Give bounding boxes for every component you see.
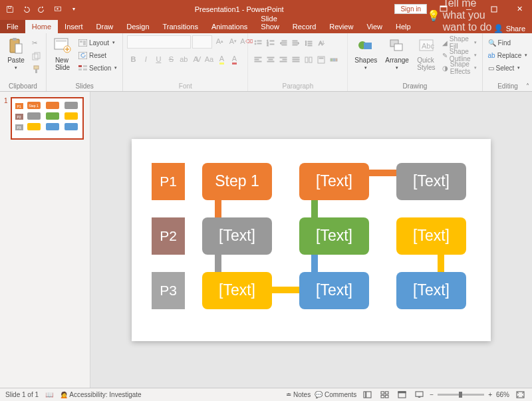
- tell-me-label: Tell me what you want to do: [443, 0, 493, 33]
- slide-thumbnail-1[interactable]: P1 P2 P3 Step 1: [11, 97, 84, 140]
- box-r1c3[interactable]: [Text]: [396, 163, 466, 200]
- strikethrough-btn[interactable]: S: [165, 53, 177, 65]
- qat-customize-icon[interactable]: ▾: [66, 2, 81, 17]
- tab-slideshow[interactable]: Slide Show: [254, 12, 286, 33]
- tab-home[interactable]: Home: [25, 20, 58, 33]
- spell-check-icon[interactable]: 📖: [45, 391, 53, 398]
- start-from-beginning-icon[interactable]: [51, 2, 65, 17]
- align-right-btn[interactable]: [277, 54, 289, 66]
- columns-btn[interactable]: [303, 54, 315, 66]
- shape-effects-button[interactable]: ◑Shape Effects▾: [441, 62, 478, 74]
- tab-transitions[interactable]: Transitions: [156, 20, 205, 33]
- zoom-out-btn[interactable]: −: [430, 391, 434, 398]
- arrange-button[interactable]: Arrange▾: [382, 35, 412, 72]
- box-r2c1[interactable]: [Text]: [202, 217, 272, 255]
- tab-review[interactable]: Review: [323, 20, 360, 33]
- close-button[interactable]: ✕: [507, 0, 532, 18]
- lightbulb-icon: 💡: [427, 9, 440, 22]
- reading-view-btn[interactable]: [395, 390, 408, 400]
- tab-design[interactable]: Design: [120, 20, 156, 33]
- italic-btn[interactable]: I: [140, 53, 152, 65]
- change-case-btn[interactable]: Aa: [203, 53, 215, 65]
- copy-button[interactable]: [31, 50, 42, 62]
- new-slide-button[interactable]: New Slide: [51, 35, 74, 72]
- group-editing-label: Editing: [487, 82, 529, 90]
- svg-rect-19: [78, 65, 82, 67]
- accessibility-status[interactable]: 🙍 Accessibility: Investigate: [60, 391, 142, 398]
- bold-btn[interactable]: B: [127, 53, 139, 65]
- reset-button[interactable]: Reset: [77, 49, 118, 61]
- tell-me-search[interactable]: 💡 Tell me what you want to do: [427, 0, 493, 33]
- box-r2c3[interactable]: [Text]: [396, 217, 466, 255]
- shape-fill-button[interactable]: ◢Shape Fill▾: [441, 37, 478, 49]
- box-r2c2[interactable]: [Text]: [299, 217, 369, 255]
- align-center-btn[interactable]: [265, 54, 277, 66]
- slide-counter[interactable]: Slide 1 of 1: [5, 391, 39, 398]
- smartart-btn[interactable]: [328, 54, 340, 66]
- justify-btn[interactable]: [290, 54, 302, 66]
- shapes-button[interactable]: Shapes▾: [352, 35, 380, 72]
- highlight-btn[interactable]: A: [215, 53, 227, 65]
- tab-help[interactable]: Help: [389, 20, 418, 33]
- font-size-combo[interactable]: [192, 35, 212, 49]
- zoom-slider[interactable]: [438, 394, 484, 396]
- format-painter-button[interactable]: [31, 63, 42, 75]
- quick-styles-button[interactable]: Abc Quick Styles: [414, 35, 438, 72]
- zoom-in-btn[interactable]: +: [488, 391, 492, 398]
- box-r3c2[interactable]: [Text]: [299, 272, 369, 309]
- find-button[interactable]: 🔍Find: [487, 37, 529, 49]
- row-label-p3[interactable]: P3: [152, 272, 185, 309]
- tab-draw[interactable]: Draw: [90, 20, 120, 33]
- svg-rect-39: [308, 43, 312, 44]
- tab-view[interactable]: View: [360, 20, 389, 33]
- increase-indent-btn[interactable]: [290, 37, 302, 49]
- decrease-indent-btn[interactable]: [277, 37, 289, 49]
- section-button[interactable]: Section▾: [77, 62, 118, 74]
- group-font: A▴ A▾ A⌫ B I U S ab AV Aa A A Font: [123, 33, 248, 91]
- row-label-p1[interactable]: P1: [152, 163, 185, 200]
- increase-font-btn[interactable]: A▴: [213, 35, 225, 47]
- share-button[interactable]: Share: [506, 25, 525, 33]
- select-button[interactable]: ▭Select▾: [487, 62, 529, 74]
- layout-button[interactable]: Layout▾: [77, 37, 118, 49]
- comments-button[interactable]: 💬 Comments: [315, 391, 356, 398]
- box-r3c3[interactable]: [Text]: [396, 272, 466, 309]
- numbering-btn[interactable]: 12: [265, 37, 277, 49]
- shape-outline-button[interactable]: ✎Shape Outline▾: [441, 49, 478, 61]
- normal-view-btn[interactable]: [360, 390, 374, 400]
- shadow-btn[interactable]: ab: [178, 53, 190, 65]
- slide-canvas[interactable]: P1 P2 P3 Step 1 [Text] [Text] [Text] [Te…: [132, 139, 491, 341]
- align-text-btn[interactable]: [315, 54, 327, 66]
- slideshow-view-btn[interactable]: [412, 390, 426, 400]
- notes-button[interactable]: ≐ Notes: [286, 391, 311, 398]
- text-direction-btn[interactable]: A: [315, 37, 327, 49]
- tab-record[interactable]: Record: [286, 20, 323, 33]
- bullets-btn[interactable]: [252, 37, 264, 49]
- cut-button[interactable]: ✂: [31, 37, 42, 49]
- save-icon[interactable]: [3, 2, 17, 17]
- char-spacing-btn[interactable]: AV: [190, 53, 202, 65]
- box-r1c2[interactable]: [Text]: [299, 163, 369, 200]
- font-family-combo[interactable]: [127, 35, 191, 49]
- paste-button[interactable]: Paste ▾: [4, 35, 28, 72]
- collapse-ribbon-icon[interactable]: ˄: [526, 82, 529, 90]
- fit-to-window-btn[interactable]: [513, 390, 527, 400]
- tab-insert[interactable]: Insert: [58, 20, 90, 33]
- slide-sorter-btn[interactable]: [378, 390, 391, 400]
- font-color-btn[interactable]: A: [228, 53, 240, 65]
- tab-animations[interactable]: Animations: [205, 20, 254, 33]
- box-r1c1[interactable]: Step 1: [202, 163, 272, 200]
- row-label-p2[interactable]: P2: [152, 217, 185, 255]
- signin-button[interactable]: Sign in: [394, 4, 427, 14]
- decrease-font-btn[interactable]: A▾: [227, 35, 239, 47]
- undo-icon[interactable]: [19, 2, 33, 17]
- underline-btn[interactable]: U: [152, 53, 164, 65]
- align-left-btn[interactable]: [252, 54, 264, 66]
- line-spacing-btn[interactable]: [303, 37, 315, 49]
- zoom-level[interactable]: 66%: [496, 391, 509, 398]
- tab-file[interactable]: File: [0, 20, 25, 33]
- box-r3c1[interactable]: [Text]: [202, 272, 272, 309]
- redo-icon[interactable]: [35, 2, 49, 17]
- slide-editor-area[interactable]: P1 P2 P3 Step 1 [Text] [Text] [Text] [Te…: [90, 92, 532, 388]
- replace-button[interactable]: abReplace▾: [487, 49, 529, 61]
